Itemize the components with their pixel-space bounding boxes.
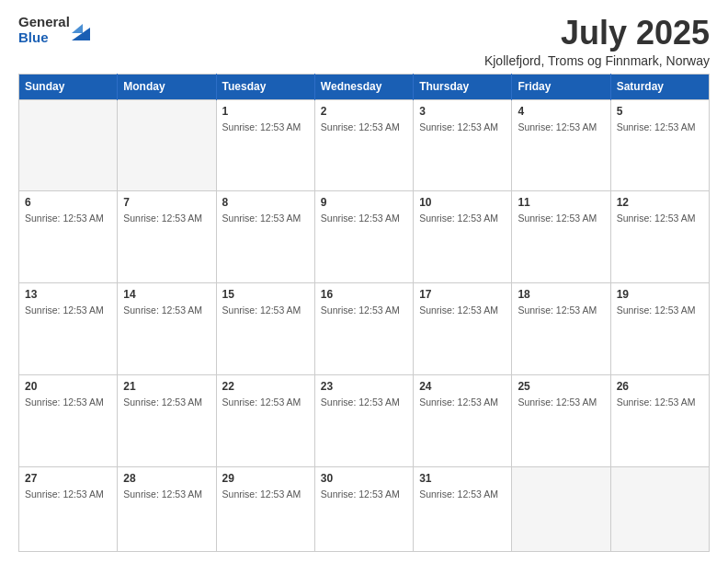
calendar-day-header: Tuesday bbox=[216, 74, 314, 99]
calendar-cell: 26Sunrise: 12:53 AM bbox=[610, 375, 709, 467]
svg-marker-1 bbox=[72, 24, 83, 33]
sunrise-time: Sunrise: 12:53 AM bbox=[25, 488, 104, 500]
calendar-cell: 13Sunrise: 12:53 AM bbox=[19, 283, 118, 375]
calendar-cell: 24Sunrise: 12:53 AM bbox=[414, 375, 512, 467]
logo-blue: Blue bbox=[18, 29, 49, 45]
sunrise-time: Sunrise: 12:53 AM bbox=[222, 396, 301, 408]
day-number: 20 bbox=[25, 380, 111, 393]
header: General Blue July 2025 Kjollefjord, Trom… bbox=[18, 15, 710, 68]
calendar-cell: 19Sunrise: 12:53 AM bbox=[610, 283, 709, 375]
calendar-cell: 21Sunrise: 12:53 AM bbox=[118, 375, 216, 467]
calendar-cell: 7Sunrise: 12:53 AM bbox=[118, 191, 216, 283]
title-block: July 2025 Kjollefjord, Troms og Finnmark… bbox=[484, 15, 710, 68]
day-number: 25 bbox=[518, 380, 604, 393]
day-number: 6 bbox=[25, 196, 111, 209]
sunrise-time: Sunrise: 12:53 AM bbox=[617, 396, 696, 408]
calendar-cell: 11Sunrise: 12:53 AM bbox=[512, 191, 610, 283]
calendar-cell: 3Sunrise: 12:53 AM bbox=[414, 99, 512, 191]
logo-icon bbox=[72, 20, 90, 40]
calendar-week-row: 13Sunrise: 12:53 AM14Sunrise: 12:53 AM15… bbox=[19, 283, 710, 375]
sunrise-time: Sunrise: 12:53 AM bbox=[321, 213, 400, 224]
calendar-day-header: Thursday bbox=[414, 74, 512, 99]
calendar-week-row: 6Sunrise: 12:53 AM7Sunrise: 12:53 AM8Sun… bbox=[19, 191, 710, 283]
sunrise-time: Sunrise: 12:53 AM bbox=[518, 213, 597, 224]
sunrise-time: Sunrise: 12:53 AM bbox=[518, 304, 597, 316]
day-number: 2 bbox=[321, 105, 407, 118]
day-number: 5 bbox=[617, 105, 703, 118]
calendar-cell: 25Sunrise: 12:53 AM bbox=[512, 375, 610, 467]
sunrise-time: Sunrise: 12:53 AM bbox=[123, 213, 202, 224]
calendar-cell: 4Sunrise: 12:53 AM bbox=[512, 99, 610, 191]
sunrise-time: Sunrise: 12:53 AM bbox=[419, 304, 498, 316]
day-number: 3 bbox=[419, 105, 506, 118]
sunrise-time: Sunrise: 12:53 AM bbox=[321, 488, 400, 500]
calendar-day-header: Friday bbox=[512, 74, 610, 99]
calendar-cell: 15Sunrise: 12:53 AM bbox=[216, 283, 314, 375]
calendar-week-row: 1Sunrise: 12:53 AM2Sunrise: 12:53 AM3Sun… bbox=[19, 99, 710, 191]
logo: General Blue bbox=[18, 15, 90, 45]
calendar-cell: 17Sunrise: 12:53 AM bbox=[414, 283, 512, 375]
day-number: 26 bbox=[617, 380, 703, 393]
sunrise-time: Sunrise: 12:53 AM bbox=[419, 213, 498, 224]
calendar-cell bbox=[19, 99, 118, 191]
calendar-cell: 27Sunrise: 12:53 AM bbox=[19, 466, 118, 551]
sunrise-time: Sunrise: 12:53 AM bbox=[419, 488, 498, 500]
day-number: 1 bbox=[222, 105, 309, 118]
calendar-cell: 10Sunrise: 12:53 AM bbox=[414, 191, 512, 283]
day-number: 24 bbox=[419, 380, 506, 393]
sunrise-time: Sunrise: 12:53 AM bbox=[222, 213, 301, 224]
day-number: 21 bbox=[123, 380, 210, 393]
sunrise-time: Sunrise: 12:53 AM bbox=[222, 304, 301, 316]
calendar-cell: 20Sunrise: 12:53 AM bbox=[19, 375, 118, 467]
day-number: 22 bbox=[222, 380, 309, 393]
calendar-week-row: 27Sunrise: 12:53 AM28Sunrise: 12:53 AM29… bbox=[19, 466, 710, 551]
calendar-cell: 23Sunrise: 12:53 AM bbox=[314, 375, 413, 467]
day-number: 9 bbox=[321, 196, 407, 209]
sunrise-time: Sunrise: 12:53 AM bbox=[222, 121, 301, 132]
day-number: 10 bbox=[419, 196, 506, 209]
day-number: 7 bbox=[123, 196, 210, 209]
calendar-cell: 1Sunrise: 12:53 AM bbox=[216, 99, 314, 191]
sunrise-time: Sunrise: 12:53 AM bbox=[123, 396, 202, 408]
calendar-cell: 9Sunrise: 12:53 AM bbox=[314, 191, 413, 283]
page: General Blue July 2025 Kjollefjord, Trom… bbox=[0, 0, 728, 563]
day-number: 18 bbox=[518, 288, 604, 301]
sunrise-time: Sunrise: 12:53 AM bbox=[617, 213, 696, 224]
calendar-cell bbox=[512, 466, 610, 551]
day-number: 14 bbox=[123, 288, 210, 301]
logo-general: General bbox=[18, 14, 70, 29]
calendar-day-header: Wednesday bbox=[314, 74, 413, 99]
calendar-cell: 30Sunrise: 12:53 AM bbox=[314, 466, 413, 551]
sunrise-time: Sunrise: 12:53 AM bbox=[518, 396, 597, 408]
calendar-cell: 2Sunrise: 12:53 AM bbox=[314, 99, 413, 191]
day-number: 8 bbox=[222, 196, 309, 209]
calendar-cell: 16Sunrise: 12:53 AM bbox=[314, 283, 413, 375]
calendar-cell: 12Sunrise: 12:53 AM bbox=[610, 191, 709, 283]
calendar-day-header: Monday bbox=[118, 74, 216, 99]
sunrise-time: Sunrise: 12:53 AM bbox=[617, 121, 696, 132]
sunrise-time: Sunrise: 12:53 AM bbox=[25, 396, 104, 408]
day-number: 17 bbox=[419, 288, 506, 301]
calendar-cell: 29Sunrise: 12:53 AM bbox=[216, 466, 314, 551]
day-number: 30 bbox=[321, 472, 407, 485]
calendar-cell: 5Sunrise: 12:53 AM bbox=[610, 99, 709, 191]
sunrise-time: Sunrise: 12:53 AM bbox=[25, 304, 104, 316]
day-number: 31 bbox=[419, 472, 506, 485]
sunrise-time: Sunrise: 12:53 AM bbox=[123, 488, 202, 500]
day-number: 4 bbox=[518, 105, 604, 118]
day-number: 28 bbox=[123, 472, 210, 485]
sunrise-time: Sunrise: 12:53 AM bbox=[25, 213, 104, 224]
day-number: 23 bbox=[321, 380, 407, 393]
sunrise-time: Sunrise: 12:53 AM bbox=[419, 121, 498, 132]
day-number: 29 bbox=[222, 472, 309, 485]
day-number: 19 bbox=[617, 288, 703, 301]
sunrise-time: Sunrise: 12:53 AM bbox=[222, 488, 301, 500]
calendar-cell: 22Sunrise: 12:53 AM bbox=[216, 375, 314, 467]
sunrise-time: Sunrise: 12:53 AM bbox=[321, 304, 400, 316]
day-number: 15 bbox=[222, 288, 309, 301]
calendar-cell: 31Sunrise: 12:53 AM bbox=[414, 466, 512, 551]
calendar-cell: 6Sunrise: 12:53 AM bbox=[19, 191, 118, 283]
calendar-cell bbox=[118, 99, 216, 191]
sunrise-time: Sunrise: 12:53 AM bbox=[518, 121, 597, 132]
calendar-cell: 14Sunrise: 12:53 AM bbox=[118, 283, 216, 375]
